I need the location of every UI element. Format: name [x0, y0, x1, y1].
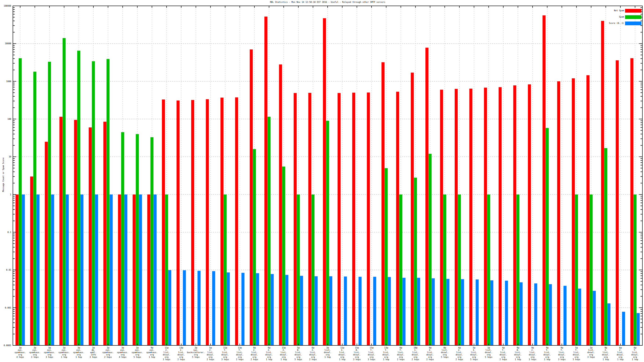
bar-score [358, 277, 362, 346]
x-tick-label: 3@list.dnswl.org1 hop [324, 347, 332, 358]
x-tick-label-line: 3 hops [222, 358, 229, 361]
x-tick-label-line: 2@ [58, 347, 70, 349]
x-tick-label-line: org [485, 354, 492, 356]
x-tick-label-line: list. [500, 351, 507, 354]
x-tick-label-line: 2 hops [412, 358, 419, 361]
x-tick-label-line: Y. [382, 349, 390, 351]
x-tick-label-line: list. [616, 351, 624, 354]
bar-not-spam [411, 72, 414, 346]
bar-score [476, 280, 479, 346]
x-tick-label-line: 3@ [44, 347, 55, 349]
x-tick-label-line: org [631, 356, 639, 358]
x-tick-label: 9@0.list.dnswl.org1 hop [514, 347, 522, 361]
x-tick-label-line: 3 hops [587, 356, 595, 358]
x-tick-label-line: dnswl. [616, 354, 624, 356]
x-tick-label-line: 5 hops [573, 358, 580, 361]
x-tick-label-line: list. [485, 349, 492, 351]
bar-not-spam [176, 100, 180, 346]
bar-not-spam [484, 88, 487, 346]
x-tick-label: 9@3.list.dnswl.org2 hops [426, 347, 434, 361]
x-tick-label-line: 2 hops [207, 358, 214, 361]
bar-not-spam [426, 48, 428, 346]
bar-not-spam [147, 195, 150, 346]
bar-not-spam [440, 90, 443, 346]
x-tick-label: 4@2.list.dnswl.org2 hops [456, 347, 463, 361]
x-tick-label-line: dnswl. [382, 354, 390, 356]
x-tick-label-line: 2. [178, 349, 185, 351]
y-tick-label: 0.0001 [0, 345, 11, 347]
x-tick-label-line: 2 hops [500, 358, 507, 361]
x-tick-label-line: 9@ [602, 347, 610, 349]
x-tick-label-line: dnswl. [236, 354, 244, 356]
bar-not-spam [308, 93, 311, 346]
x-tick-label: 5@Y.list.dnswl.org5 hops [573, 347, 580, 361]
bar-spam [575, 195, 578, 346]
x-tick-label-line: 2 hops [426, 358, 434, 361]
x-tick-label-line: 15@ [353, 347, 361, 349]
x-tick-label-line: zen. [44, 349, 55, 351]
bar-not-spam [513, 85, 516, 346]
bar-not-spam [499, 87, 502, 346]
x-tick-label-line: 5 hops [441, 356, 448, 358]
bar-spam [385, 168, 388, 346]
bar-not-spam [89, 127, 92, 346]
bar-score [402, 278, 406, 346]
x-tick-label: 10@1.list.dnswl.org2 hops [412, 347, 419, 361]
bar-score [505, 281, 508, 346]
bar-score [22, 195, 25, 346]
x-tick-label-line: org [382, 356, 390, 358]
bar-score [417, 278, 420, 346]
bar-spam [77, 51, 80, 346]
x-tick-label: 9@2.list.dnswl.org1 hop [265, 347, 273, 361]
x-tick-label-line: 2. [616, 349, 624, 351]
bar-spam [516, 195, 520, 346]
x-tick-label-line: 3 hops [529, 358, 536, 361]
x-tick-label: 3@zen.spamhaus.org1 hop [73, 347, 84, 358]
bar-score [329, 276, 332, 346]
bar-not-spam [455, 89, 458, 346]
y-tick-label: 0.1 [0, 231, 11, 233]
y-tick-label: 10 [0, 156, 11, 158]
x-tick-label-line: 6@ [631, 347, 639, 349]
bar-spam [326, 121, 329, 346]
x-tick-label-line: org [44, 354, 55, 356]
x-tick-label-line: org [573, 356, 580, 358]
x-tick-label-line: 2. [529, 349, 536, 351]
x-tick-label-line: 1 hop [602, 358, 610, 361]
x-tick-label-line: dnswl. [265, 354, 273, 356]
x-tick-label-line: Y. [558, 349, 566, 351]
bar-not-spam [557, 81, 560, 346]
bar-not-spam [235, 97, 238, 346]
x-tick-label: 1@list.dnswl.org5 hops [485, 347, 492, 358]
y-tick-label: 0.01 [0, 269, 11, 271]
x-tick-label-line: 2. [251, 349, 258, 351]
x-tick-label-line: spamhaus. [117, 351, 128, 354]
bar-spam [312, 195, 314, 346]
bar-not-spam [250, 49, 253, 346]
x-tick-label-line: list. [602, 351, 610, 354]
x-tick-label-line: 1 hop [382, 358, 390, 361]
x-tick-label-line: list. [441, 349, 448, 351]
x-tick-label-line: dnswl. [456, 354, 463, 356]
bar-score [373, 277, 376, 346]
bar-spam [253, 149, 256, 346]
x-tick-label-line: 3 hops [90, 356, 97, 358]
x-tick-label-line: 1 hop [514, 358, 522, 361]
x-tick-label-line: 2. [265, 349, 273, 351]
x-tick-label-line: org [132, 354, 143, 356]
x-tick-label-line: org [187, 354, 205, 356]
bar-not-spam [118, 195, 121, 346]
bar-spam [399, 195, 402, 346]
bar-not-spam [60, 117, 62, 346]
bar-not-spam [30, 177, 33, 346]
legend-label: Score (0..1) [609, 22, 624, 24]
x-tick-label-line: spamhaus. [146, 351, 158, 354]
x-tick-label: 2@db.wpbl.info3 hops [90, 347, 97, 358]
x-tick-label-line: dnswl. [441, 351, 448, 354]
x-tick-label-line: org [146, 354, 158, 356]
x-tick-label-line: dnswl. [397, 354, 405, 356]
x-tick-label: 2@zen.spamhaus.org2 hops [102, 347, 114, 358]
bar-not-spam [352, 93, 355, 346]
bar-spam [282, 166, 285, 346]
x-tick-label-line: dnswl. [324, 351, 332, 354]
